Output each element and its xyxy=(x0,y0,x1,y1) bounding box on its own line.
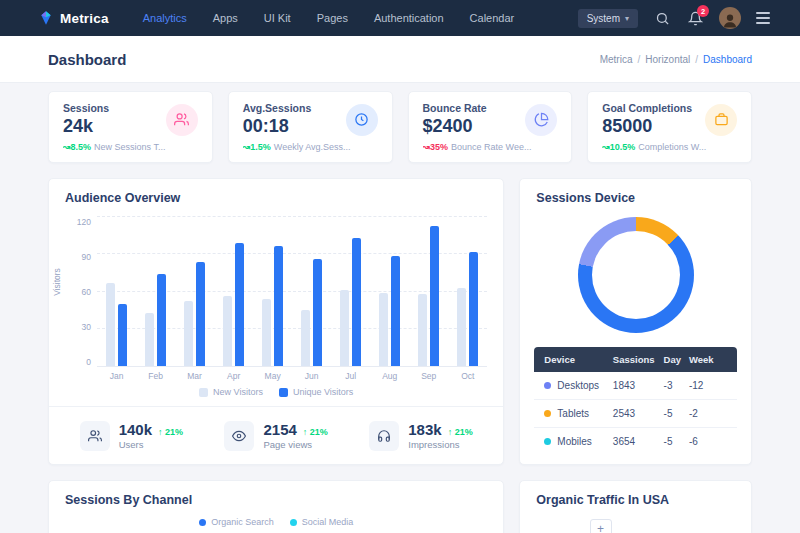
bar-group xyxy=(409,217,448,366)
stat-label: Users xyxy=(119,439,183,450)
nav-item-pages[interactable]: Pages xyxy=(317,12,348,24)
bar-group xyxy=(448,217,487,366)
pie-chart-icon xyxy=(525,104,557,136)
avatar[interactable] xyxy=(719,7,741,29)
nav-item-ui-kit[interactable]: UI Kit xyxy=(264,12,291,24)
map-zoom-in-button[interactable]: + xyxy=(590,519,612,533)
stat-label: Page views xyxy=(263,439,327,450)
legend-organic-search[interactable]: Organic Search xyxy=(199,517,274,527)
users-icon xyxy=(80,421,110,451)
nav-item-calendar[interactable]: Calendar xyxy=(470,12,515,24)
breadcrumb: Metrica / Horizontal / Dashboard xyxy=(600,54,752,65)
breadcrumb-item-horizontal[interactable]: Horizontal xyxy=(645,54,690,65)
social-media-dot-icon xyxy=(290,519,297,526)
users-icon xyxy=(166,104,198,136)
navbar-actions: System ▾ 2 xyxy=(578,7,770,29)
stat-trend: ↝8.5%New Sessions T... xyxy=(63,142,198,152)
legend-swatch-unique-visitors xyxy=(279,388,288,397)
menu-icon[interactable] xyxy=(756,12,770,24)
headphones-icon xyxy=(369,421,399,451)
tablets-dot-icon xyxy=(544,410,551,417)
notification-badge: 2 xyxy=(697,5,709,17)
sessions-by-channel-card: Sessions By Channel Organic Search Socia… xyxy=(48,480,504,533)
trend-wave-icon: ↝ xyxy=(63,142,71,152)
notifications-bell-icon[interactable]: 2 xyxy=(686,9,704,27)
y-axis-ticks: 1209060300 xyxy=(75,217,97,367)
audience-bar-chart: Visitors 1209060300 JanFebMarAprMayJunJu… xyxy=(49,211,503,381)
arrow-up-icon: ↑ xyxy=(303,427,308,437)
bar-group xyxy=(331,217,370,366)
brand[interactable]: Metrica xyxy=(38,10,109,26)
stat-value: 140k xyxy=(119,421,152,438)
stat-trend: ↝35%Bounce Rate Wee... xyxy=(423,142,558,152)
sessions-device-card: Sessions Device Device Sassions Day Week… xyxy=(519,178,752,465)
stat-value: 2154 xyxy=(263,421,296,438)
arrow-up-icon: ↑ xyxy=(448,427,453,437)
stat-change: ↑ 21% xyxy=(158,427,183,437)
stat-impressions: 183k ↑ 21% Impressions xyxy=(369,421,472,451)
top-navbar: Metrica Analytics Apps UI Kit Pages Auth… xyxy=(0,0,800,36)
trend-wave-icon: ↝ xyxy=(602,142,610,152)
stat-users: 140k ↑ 21% Users xyxy=(80,421,183,451)
x-axis-labels: JanFebMarAprMayJunJulAugSepOct xyxy=(97,371,487,381)
legend-label: Unique Visitors xyxy=(293,387,353,397)
chart-legend: New Visitors Unique Visitors xyxy=(49,387,503,397)
eye-icon xyxy=(224,421,254,451)
channel-legend: Organic Search Social Media xyxy=(49,517,503,527)
stat-label: Goal Completions xyxy=(602,102,692,114)
system-dropdown-label: System xyxy=(587,13,620,24)
stat-page-views: 2154 ↑ 21% Page views xyxy=(224,421,327,451)
briefcase-icon xyxy=(705,104,737,136)
brand-name: Metrica xyxy=(60,11,109,26)
main-content: Sessions 24k ↝8.5%New Sessions T... Avg.… xyxy=(0,82,800,533)
desktops-dot-icon xyxy=(544,382,551,389)
card-title: Organic Traffic In USA xyxy=(520,481,751,513)
nav-item-analytics[interactable]: Analytics xyxy=(143,12,187,24)
stat-label: Impressions xyxy=(408,439,472,450)
main-nav: Analytics Apps UI Kit Pages Authenticati… xyxy=(143,12,578,24)
search-icon[interactable] xyxy=(653,9,671,27)
stat-value: 00:18 xyxy=(243,116,311,137)
bar-plot xyxy=(97,217,487,367)
breadcrumb-item-metrica[interactable]: Metrica xyxy=(600,54,633,65)
sessions-device-donut xyxy=(578,217,694,333)
bar-group xyxy=(370,217,409,366)
breadcrumb-item-dashboard: Dashboard xyxy=(703,54,752,65)
organic-search-dot-icon xyxy=(199,519,206,526)
bar-group xyxy=(214,217,253,366)
legend-new-visitors[interactable]: New Visitors xyxy=(199,387,263,397)
bar-group xyxy=(253,217,292,366)
stat-card-goal-completions: Goal Completions 85000 ↝10.5%Completions… xyxy=(587,91,752,163)
brand-logo-icon xyxy=(38,10,54,26)
card-title: Sessions By Channel xyxy=(49,481,503,513)
table-row: Tablets 2543 -5 -2 xyxy=(534,400,737,428)
bar-group xyxy=(97,217,136,366)
audience-stats-row: 140k ↑ 21% Users 2154 ↑ 21% Page views xyxy=(49,407,503,464)
stat-trend: ↝1.5%Weekly Avg.Sess... xyxy=(243,142,378,152)
stat-value: 24k xyxy=(63,116,109,137)
chevron-down-icon: ▾ xyxy=(625,14,629,23)
organic-traffic-card: Organic Traffic In USA + xyxy=(519,480,752,533)
legend-unique-visitors[interactable]: Unique Visitors xyxy=(279,387,353,397)
stat-card-avg-sessions: Avg.Sessions 00:18 ↝1.5%Weekly Avg.Sess.… xyxy=(228,91,393,163)
sessions-device-table: Device Sassions Day Week Desktops 1843 -… xyxy=(534,347,737,455)
legend-social-media[interactable]: Social Media xyxy=(290,517,354,527)
stat-label: Sessions xyxy=(63,102,109,114)
table-row: Desktops 1843 -3 -12 xyxy=(534,372,737,400)
nav-item-apps[interactable]: Apps xyxy=(213,12,238,24)
audience-overview-card: Audience Overview Visitors 1209060300 Ja… xyxy=(48,178,504,465)
stat-value: $2400 xyxy=(423,116,487,137)
legend-label: New Visitors xyxy=(213,387,263,397)
bar-group xyxy=(136,217,175,366)
stat-card-sessions: Sessions 24k ↝8.5%New Sessions T... xyxy=(48,91,213,163)
stat-value: 85000 xyxy=(602,116,692,137)
page-title: Dashboard xyxy=(48,51,126,68)
stat-label: Bounce Rate xyxy=(423,102,487,114)
table-row: Mobiles 3654 -5 -6 xyxy=(534,428,737,455)
nav-item-authentication[interactable]: Authentication xyxy=(374,12,444,24)
stat-change: ↑ 21% xyxy=(303,427,328,437)
stat-cards-row: Sessions 24k ↝8.5%New Sessions T... Avg.… xyxy=(48,91,752,163)
bar-group xyxy=(292,217,331,366)
legend-swatch-new-visitors xyxy=(199,388,208,397)
system-dropdown[interactable]: System ▾ xyxy=(578,9,638,28)
